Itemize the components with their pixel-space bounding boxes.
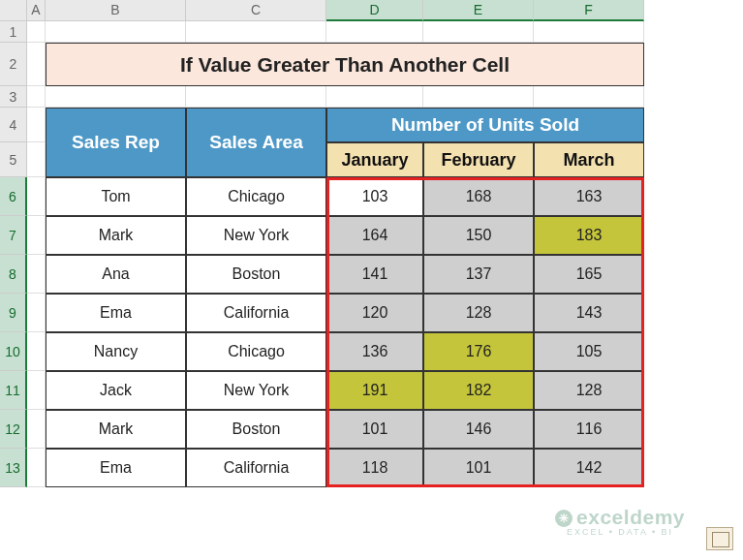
header-sales-rep-top[interactable] — [46, 108, 186, 142]
cell-rep-r6[interactable]: Tom — [46, 177, 186, 216]
cell-rep-r13[interactable]: Ema — [46, 449, 186, 487]
row-header-3[interactable]: 3 — [0, 86, 27, 108]
cell-D1[interactable] — [326, 21, 423, 43]
cell-A6[interactable] — [27, 177, 46, 216]
cell-val-r6-c1[interactable]: 168 — [423, 177, 534, 216]
col-header-D[interactable]: D — [326, 0, 423, 21]
cell-A12[interactable] — [27, 410, 46, 449]
cell-A4[interactable] — [27, 108, 46, 142]
column-headers: ABCDEF — [27, 0, 644, 21]
cell-val-r13-c1[interactable]: 101 — [423, 449, 534, 487]
row-header-6[interactable]: 6 — [0, 177, 27, 216]
cell-val-r13-c0[interactable]: 118 — [326, 449, 423, 487]
cell-val-r13-c2[interactable]: 142 — [534, 449, 644, 487]
watermark-icon: ✳ — [555, 510, 573, 527]
row-header-11[interactable]: 11 — [0, 371, 27, 410]
cell-A9[interactable] — [27, 294, 46, 332]
cell-area-r7[interactable]: New York — [186, 216, 326, 255]
cell-val-r10-c0[interactable]: 136 — [326, 332, 423, 371]
cell-A5[interactable] — [27, 142, 46, 177]
cell-A11[interactable] — [27, 371, 46, 410]
cell-val-r9-c2[interactable]: 143 — [534, 294, 644, 332]
cell-val-r10-c2[interactable]: 105 — [534, 332, 644, 371]
cell-area-r6[interactable]: Chicago — [186, 177, 326, 216]
cell-val-r7-c0[interactable]: 164 — [326, 216, 423, 255]
cell-val-r12-c0[interactable]: 101 — [326, 410, 423, 449]
page-layout-icon[interactable] — [706, 527, 733, 550]
cell-val-r9-c1[interactable]: 128 — [423, 294, 534, 332]
cell-val-r8-c1[interactable]: 137 — [423, 255, 534, 294]
cell-B3[interactable] — [46, 86, 186, 108]
cell-F3[interactable] — [534, 86, 644, 108]
cell-rep-r10[interactable]: Nancy — [46, 332, 186, 371]
row-header-12[interactable]: 12 — [0, 410, 27, 449]
cell-area-r9[interactable]: California — [186, 294, 326, 332]
cell-area-r13[interactable]: California — [186, 449, 326, 487]
row-header-2[interactable]: 2 — [0, 43, 27, 86]
header-sales-area[interactable] — [186, 142, 326, 177]
header-units-sold[interactable]: Number of Units Sold — [326, 108, 644, 142]
row-header-10[interactable]: 10 — [0, 332, 27, 371]
cell-rep-r11[interactable]: Jack — [46, 371, 186, 410]
watermark-tagline: EXCEL • DATA • BI — [555, 527, 685, 537]
cell-rep-r9[interactable]: Ema — [46, 294, 186, 332]
cell-val-r7-c1[interactable]: 150 — [423, 216, 534, 255]
title-cell[interactable]: If Value Greater Than Another Cell — [46, 43, 644, 86]
cell-area-r8[interactable]: Boston — [186, 255, 326, 294]
row-header-8[interactable]: 8 — [0, 255, 27, 294]
watermark-brand: exceldemy — [576, 506, 685, 528]
cell-A13[interactable] — [27, 449, 46, 487]
row-header-9[interactable]: 9 — [0, 294, 27, 332]
row-headers: 12345678910111213 — [0, 21, 27, 487]
cell-A7[interactable] — [27, 216, 46, 255]
cell-grid: If Value Greater Than Another CellNumber… — [27, 21, 644, 487]
cell-A8[interactable] — [27, 255, 46, 294]
cell-C1[interactable] — [186, 21, 326, 43]
cell-A1[interactable] — [27, 21, 46, 43]
cell-rep-r8[interactable]: Ana — [46, 255, 186, 294]
cell-val-r7-c2[interactable]: 183 — [534, 216, 644, 255]
cell-C3[interactable] — [186, 86, 326, 108]
col-header-F[interactable]: F — [534, 0, 644, 21]
cell-val-r6-c0[interactable]: 103 — [326, 177, 423, 216]
cell-rep-r7[interactable]: Mark — [46, 216, 186, 255]
cell-area-r12[interactable]: Boston — [186, 410, 326, 449]
cell-A2[interactable] — [27, 43, 46, 86]
cell-val-r6-c2[interactable]: 163 — [534, 177, 644, 216]
cell-val-r12-c1[interactable]: 146 — [423, 410, 534, 449]
row-header-7[interactable]: 7 — [0, 216, 27, 255]
row-header-1[interactable]: 1 — [0, 21, 27, 43]
cell-B1[interactable] — [46, 21, 186, 43]
col-header-B[interactable]: B — [46, 0, 186, 21]
header-sales-area-top[interactable] — [186, 108, 326, 142]
cell-F1[interactable] — [534, 21, 644, 43]
cell-D3[interactable] — [326, 86, 423, 108]
col-header-A[interactable]: A — [27, 0, 46, 21]
col-header-E[interactable]: E — [423, 0, 534, 21]
cell-val-r10-c1[interactable]: 176 — [423, 332, 534, 371]
header-sales-rep[interactable] — [46, 142, 186, 177]
row-header-5[interactable]: 5 — [0, 142, 27, 177]
header-month-march[interactable]: March — [534, 142, 644, 177]
header-month-january[interactable]: January — [326, 142, 423, 177]
select-all-corner[interactable] — [0, 0, 27, 21]
cell-val-r11-c1[interactable]: 182 — [423, 371, 534, 410]
cell-A10[interactable] — [27, 332, 46, 371]
cell-area-r11[interactable]: New York — [186, 371, 326, 410]
cell-A3[interactable] — [27, 86, 46, 108]
cell-val-r12-c2[interactable]: 116 — [534, 410, 644, 449]
cell-rep-r12[interactable]: Mark — [46, 410, 186, 449]
cell-val-r11-c2[interactable]: 128 — [534, 371, 644, 410]
cell-val-r11-c0[interactable]: 191 — [326, 371, 423, 410]
cell-E3[interactable] — [423, 86, 534, 108]
cell-val-r8-c2[interactable]: 165 — [534, 255, 644, 294]
cell-area-r10[interactable]: Chicago — [186, 332, 326, 371]
row-header-13[interactable]: 13 — [0, 449, 27, 487]
watermark: ✳exceldemy EXCEL • DATA • BI — [555, 506, 685, 537]
cell-val-r9-c0[interactable]: 120 — [326, 294, 423, 332]
cell-E1[interactable] — [423, 21, 534, 43]
row-header-4[interactable]: 4 — [0, 108, 27, 142]
header-month-february[interactable]: February — [423, 142, 534, 177]
col-header-C[interactable]: C — [186, 0, 326, 21]
cell-val-r8-c0[interactable]: 141 — [326, 255, 423, 294]
